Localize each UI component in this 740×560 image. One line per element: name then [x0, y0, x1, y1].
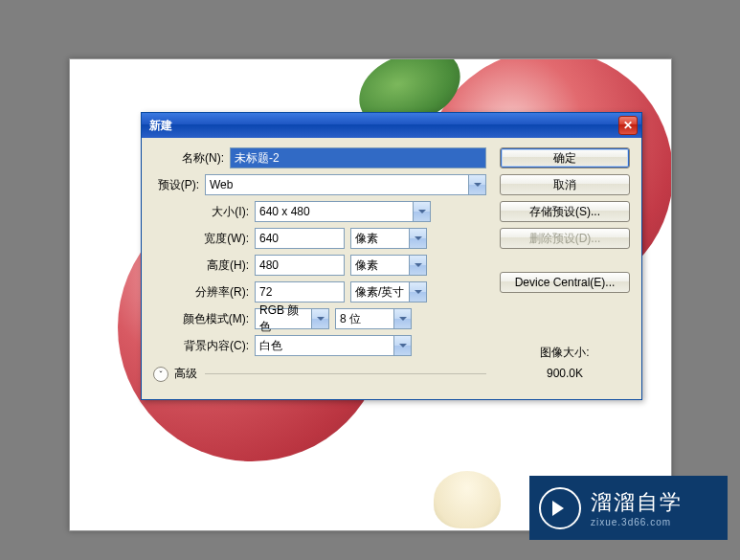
- ok-button[interactable]: 确定: [500, 147, 630, 168]
- device-central-button[interactable]: Device Central(E)...: [500, 272, 630, 293]
- dialog-titlebar[interactable]: 新建 ✕: [142, 113, 641, 138]
- image-size-label: 图像大小:: [500, 345, 630, 361]
- new-document-dialog: 新建 ✕ 名称(N): 预设(P): Web 大小(I): 640 x 480: [141, 112, 642, 400]
- apple-core-image: [434, 471, 501, 528]
- resolution-input[interactable]: [255, 281, 345, 302]
- dialog-title: 新建: [149, 118, 172, 134]
- preset-label: 预设(P):: [153, 177, 205, 193]
- colormode-select[interactable]: RGB 颜色: [255, 308, 329, 329]
- resolution-unit-select[interactable]: 像素/英寸: [350, 281, 427, 302]
- chevron-down-icon: [409, 282, 426, 302]
- chevron-down-icon: [393, 309, 411, 328]
- chevron-down-icon: [413, 202, 430, 221]
- play-icon: [539, 487, 581, 529]
- size-select[interactable]: 640 x 480: [255, 201, 431, 222]
- height-input[interactable]: [255, 255, 345, 276]
- watermark-url: zixue.3d66.com: [591, 517, 683, 527]
- preset-select[interactable]: Web: [205, 174, 486, 195]
- background-label: 背景内容(C):: [153, 338, 255, 354]
- delete-preset-button: 删除预设(D)...: [500, 228, 630, 249]
- watermark: 溜溜自学 zixue.3d66.com: [529, 476, 728, 540]
- size-label: 大小(I):: [153, 204, 255, 220]
- name-input[interactable]: [230, 147, 486, 168]
- colormode-label: 颜色模式(M):: [153, 311, 255, 327]
- width-label: 宽度(W):: [153, 231, 255, 247]
- save-preset-button[interactable]: 存储预设(S)...: [500, 201, 630, 222]
- width-unit-select[interactable]: 像素: [350, 228, 427, 249]
- watermark-title: 溜溜自学: [591, 488, 683, 517]
- advanced-label: 高级: [174, 366, 197, 382]
- name-label: 名称(N):: [153, 150, 230, 167]
- chevron-down-icon: [311, 309, 328, 328]
- cancel-button[interactable]: 取消: [500, 174, 630, 195]
- chevron-down-icon: [468, 175, 485, 194]
- image-size-value: 900.0K: [500, 367, 630, 380]
- bitdepth-select[interactable]: 8 位: [335, 308, 412, 329]
- close-icon: ✕: [623, 119, 633, 132]
- background-select[interactable]: 白色: [255, 335, 412, 356]
- advanced-toggle[interactable]: ˇ: [153, 367, 168, 382]
- close-button[interactable]: ✕: [618, 116, 638, 135]
- width-input[interactable]: [255, 228, 345, 249]
- divider: [205, 373, 486, 374]
- chevron-down-icon: [393, 336, 411, 355]
- chevron-down-icon: ˇ: [160, 370, 163, 379]
- chevron-down-icon: [409, 256, 426, 275]
- height-label: 高度(H):: [153, 258, 255, 274]
- chevron-down-icon: [409, 229, 426, 248]
- height-unit-select[interactable]: 像素: [350, 255, 427, 276]
- resolution-label: 分辨率(R):: [153, 284, 255, 301]
